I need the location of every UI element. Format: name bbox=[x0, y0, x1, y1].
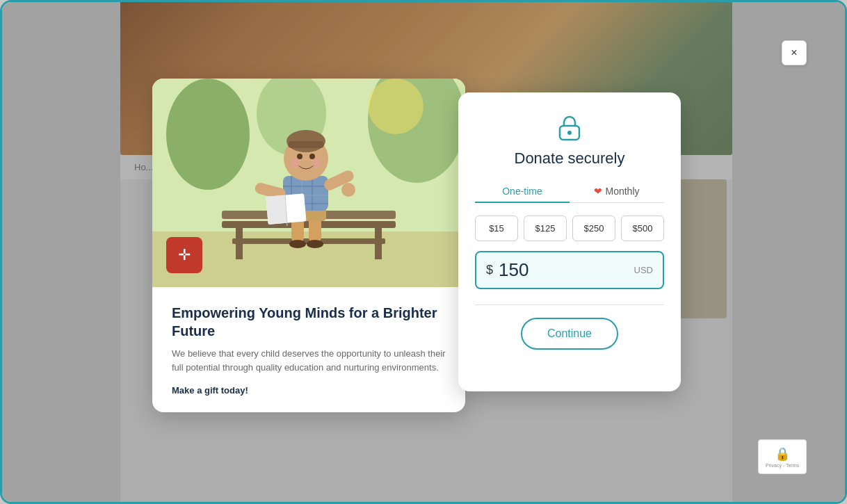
left-card-content: Empowering Young Minds for a Brighter Fu… bbox=[152, 287, 465, 412]
amount-value[interactable]: 150 bbox=[499, 259, 634, 281]
donate-form-card: Donate securely One-time ❤Monthly $15 $ bbox=[458, 92, 681, 391]
amount-btn-15[interactable]: $15 bbox=[475, 216, 518, 241]
recaptcha-badge: 🔒 Privacy - Terms bbox=[758, 439, 807, 474]
amount-btn-500[interactable]: $500 bbox=[621, 216, 664, 241]
svg-point-1 bbox=[166, 79, 250, 190]
custom-amount-wrapper: $ 150 USD bbox=[475, 251, 664, 289]
continue-button[interactable]: Continue bbox=[521, 318, 618, 350]
svg-point-40 bbox=[567, 131, 572, 135]
tab-one-time-label: One-time bbox=[502, 186, 542, 197]
tab-monthly-label: Monthly bbox=[605, 186, 639, 197]
tab-one-time[interactable]: One-time bbox=[475, 180, 570, 202]
left-card: ✛ Empowering Young Minds for a Brighter … bbox=[152, 79, 465, 412]
lock-icon bbox=[554, 112, 585, 143]
svg-point-15 bbox=[307, 240, 323, 248]
svg-point-38 bbox=[312, 158, 321, 168]
svg-point-37 bbox=[291, 158, 300, 168]
donate-title: Donate securely bbox=[515, 149, 625, 168]
card-title: Empowering Young Minds for a Brighter Fu… bbox=[172, 304, 446, 340]
left-card-image: ✛ bbox=[152, 79, 465, 287]
currency-label: USD bbox=[634, 265, 653, 275]
recaptcha-icon: 🔒 bbox=[775, 446, 790, 462]
modal-overlay: ✛ Empowering Young Minds for a Brighter … bbox=[2, 2, 845, 502]
svg-point-27 bbox=[341, 183, 355, 197]
logo-cross-icon: ✛ bbox=[178, 247, 191, 263]
divider bbox=[475, 304, 664, 305]
svg-rect-34 bbox=[288, 141, 324, 148]
close-button[interactable]: × bbox=[782, 40, 807, 65]
card-description: We believe that every child deserves the… bbox=[172, 347, 446, 376]
svg-point-36 bbox=[309, 154, 315, 159]
svg-point-4 bbox=[368, 79, 424, 134]
amount-btn-125[interactable]: $125 bbox=[524, 216, 567, 241]
heart-icon: ❤ bbox=[594, 186, 602, 197]
amount-btn-250[interactable]: $250 bbox=[572, 216, 615, 241]
organization-logo: ✛ bbox=[166, 237, 202, 273]
recaptcha-text: Privacy - Terms bbox=[766, 463, 799, 468]
svg-point-14 bbox=[289, 240, 306, 248]
tab-monthly[interactable]: ❤Monthly bbox=[570, 180, 664, 202]
svg-rect-29 bbox=[266, 195, 287, 224]
dollar-sign: $ bbox=[486, 263, 493, 277]
card-cta: Make a gift today! bbox=[172, 385, 446, 396]
tabs-row: One-time ❤Monthly bbox=[475, 180, 664, 203]
amount-buttons: $15 $125 $250 $500 bbox=[475, 216, 664, 241]
outer-border: Ho... × 🔒 Privacy - Terms bbox=[0, 0, 847, 504]
modal-container: ✛ Empowering Young Minds for a Brighter … bbox=[152, 79, 695, 412]
background-page: Ho... × 🔒 Privacy - Terms bbox=[2, 2, 845, 502]
svg-point-35 bbox=[297, 154, 302, 159]
